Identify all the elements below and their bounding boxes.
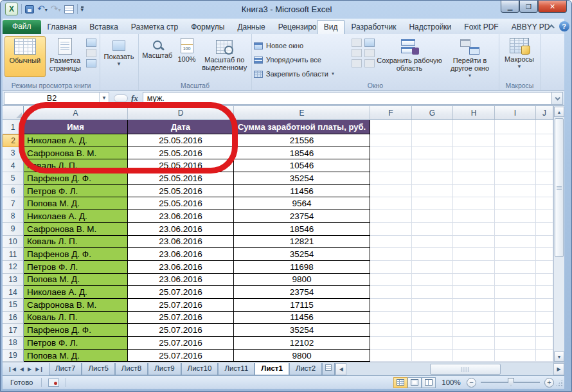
scroll-left-icon[interactable]: ◀ bbox=[335, 363, 346, 375]
empty-cell[interactable] bbox=[370, 197, 412, 210]
date-cell[interactable]: 23.06.2016 bbox=[128, 274, 234, 287]
prev-sheet-icon[interactable]: ◀ bbox=[20, 366, 24, 372]
minimize-button[interactable]: ▁ bbox=[501, 1, 519, 13]
sum-cell[interactable]: 23754 bbox=[234, 210, 370, 223]
zoom-100-button[interactable]: 100 100% bbox=[174, 36, 200, 77]
select-all-corner[interactable] bbox=[3, 106, 24, 120]
empty-cell[interactable] bbox=[495, 172, 536, 185]
empty-cell[interactable] bbox=[370, 261, 412, 274]
header-cell[interactable]: Имя bbox=[24, 120, 128, 134]
help-icon[interactable]: ? bbox=[559, 21, 569, 31]
empty-cell[interactable] bbox=[370, 120, 412, 134]
ribbon-tab-Главная[interactable]: Главная bbox=[41, 21, 84, 34]
empty-cell[interactable] bbox=[412, 159, 453, 172]
empty-cell[interactable] bbox=[495, 312, 536, 325]
save-icon[interactable] bbox=[25, 5, 34, 13]
sum-cell[interactable]: 11456 bbox=[234, 185, 370, 198]
sum-cell[interactable]: 21556 bbox=[234, 134, 370, 147]
empty-cell[interactable] bbox=[495, 223, 536, 236]
empty-cell[interactable] bbox=[495, 210, 536, 223]
row-number[interactable]: 13 bbox=[3, 274, 24, 287]
date-cell[interactable]: 25.07.2016 bbox=[128, 286, 234, 299]
empty-cell[interactable] bbox=[370, 172, 412, 185]
zoom-button[interactable]: Масштаб bbox=[141, 36, 174, 77]
column-header-G[interactable]: G bbox=[412, 106, 453, 120]
row-number[interactable]: 3 bbox=[3, 147, 24, 160]
empty-cell[interactable] bbox=[536, 324, 553, 337]
empty-cell[interactable] bbox=[412, 312, 453, 325]
page-break-preview-icon[interactable] bbox=[86, 39, 96, 47]
page-layout-button[interactable]: Разметка страницы bbox=[46, 36, 85, 77]
empty-cell[interactable] bbox=[536, 210, 553, 223]
sum-cell[interactable]: 10546 bbox=[234, 159, 370, 172]
date-cell[interactable]: 25.05.2016 bbox=[128, 134, 234, 147]
sheet-tab-Лист7[interactable]: Лист7 bbox=[49, 363, 82, 375]
empty-cell[interactable] bbox=[536, 120, 553, 134]
empty-cell[interactable] bbox=[370, 350, 412, 362]
empty-cell[interactable] bbox=[370, 236, 412, 249]
empty-cell[interactable] bbox=[536, 197, 553, 210]
empty-cell[interactable] bbox=[536, 248, 553, 261]
empty-cell[interactable] bbox=[370, 185, 412, 198]
empty-cell[interactable] bbox=[495, 261, 536, 274]
ribbon-tab-Разметка стр[interactable]: Разметка стр bbox=[125, 21, 184, 34]
row-number[interactable]: 6 bbox=[3, 185, 24, 198]
empty-cell[interactable] bbox=[495, 147, 536, 160]
empty-cell[interactable] bbox=[412, 147, 453, 160]
date-cell[interactable]: 23.06.2016 bbox=[128, 261, 234, 274]
table-icon[interactable] bbox=[64, 5, 74, 13]
split-icon[interactable] bbox=[352, 39, 362, 47]
empty-cell[interactable] bbox=[453, 223, 495, 236]
empty-cell[interactable] bbox=[370, 159, 412, 172]
empty-cell[interactable] bbox=[495, 159, 536, 172]
macros-button[interactable]: Макросы ▼ bbox=[501, 36, 537, 77]
name-cell[interactable]: Коваль Л. П. bbox=[24, 236, 128, 249]
empty-cell[interactable] bbox=[412, 350, 453, 362]
row-number[interactable]: 17 bbox=[3, 324, 24, 337]
empty-cell[interactable] bbox=[495, 274, 536, 287]
empty-cell[interactable] bbox=[536, 261, 553, 274]
empty-cell[interactable] bbox=[536, 337, 553, 350]
zoom-in-button[interactable]: + bbox=[544, 378, 554, 388]
sum-cell[interactable]: 9800 bbox=[234, 350, 370, 362]
name-cell[interactable]: Попова М. Д. bbox=[24, 350, 128, 362]
empty-cell[interactable] bbox=[370, 286, 412, 299]
vertical-scroll-thumb[interactable] bbox=[555, 118, 564, 257]
page-break-toggle[interactable] bbox=[422, 377, 436, 388]
first-sheet-icon[interactable]: ❙◀ bbox=[8, 366, 16, 372]
empty-cell[interactable] bbox=[495, 134, 536, 147]
empty-cell[interactable] bbox=[370, 223, 412, 236]
column-header-D[interactable]: D bbox=[128, 106, 234, 120]
empty-cell[interactable] bbox=[370, 210, 412, 223]
sum-cell[interactable]: 18546 bbox=[234, 223, 370, 236]
empty-cell[interactable] bbox=[453, 120, 495, 134]
ribbon-tab-Файл[interactable]: Файл bbox=[3, 20, 41, 34]
ribbon-tab-Разработчик[interactable]: Разработчик bbox=[344, 21, 402, 34]
column-header-I[interactable]: I bbox=[495, 106, 536, 120]
sum-cell[interactable]: 12821 bbox=[234, 236, 370, 249]
empty-cell[interactable] bbox=[412, 134, 453, 147]
excel-logo-icon[interactable]: X bbox=[5, 3, 18, 15]
ribbon-tab-Вид[interactable]: Вид bbox=[317, 20, 345, 34]
date-cell[interactable]: 23.06.2016 bbox=[128, 248, 234, 261]
empty-cell[interactable] bbox=[370, 274, 412, 287]
name-cell[interactable]: Петров Ф. Л. bbox=[24, 337, 128, 350]
empty-cell[interactable] bbox=[412, 197, 453, 210]
last-sheet-icon[interactable]: ▶❙ bbox=[35, 366, 44, 372]
arrange-all-button[interactable]: Упорядочить все bbox=[254, 53, 350, 66]
row-number[interactable]: 1 bbox=[3, 120, 24, 134]
expand-formula-bar-button[interactable] bbox=[551, 92, 563, 105]
name-cell[interactable]: Коваль Л. П. bbox=[24, 159, 128, 172]
empty-cell[interactable] bbox=[453, 210, 495, 223]
vertical-scrollbar[interactable]: ▲ ▼ bbox=[553, 106, 564, 362]
empty-cell[interactable] bbox=[453, 197, 495, 210]
name-cell[interactable]: Парфенов Д. Ф. bbox=[24, 324, 128, 337]
unhide-window-icon[interactable] bbox=[352, 59, 362, 67]
date-cell[interactable]: 25.05.2016 bbox=[128, 159, 234, 172]
empty-cell[interactable] bbox=[495, 185, 536, 198]
empty-cell[interactable] bbox=[412, 261, 453, 274]
undo-icon[interactable]: ↶▾ bbox=[37, 4, 48, 15]
horizontal-scroll-thumb[interactable] bbox=[430, 364, 501, 375]
name-cell[interactable]: Попова М. Д. bbox=[24, 197, 128, 210]
ribbon-tab-ABBYY PDF Tr[interactable]: ABBYY PDF Tr bbox=[505, 21, 550, 34]
